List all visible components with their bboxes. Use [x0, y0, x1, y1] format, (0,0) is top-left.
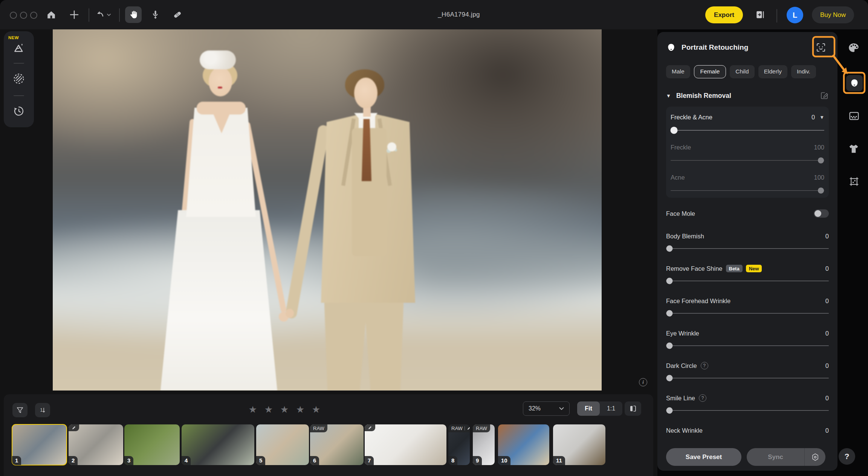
slider-thumb[interactable] [671, 127, 678, 134]
slider-value[interactable]: 0 [825, 233, 829, 240]
user-avatar[interactable]: L [787, 7, 803, 23]
gear-hexagon-icon [811, 453, 820, 462]
slider-value[interactable]: 0 [825, 427, 829, 434]
fit-view-button[interactable]: Fit [577, 401, 600, 416]
raw-badge: RAW [310, 424, 327, 432]
slider-thumb[interactable] [666, 375, 673, 381]
tab-individual[interactable]: Indiv. [791, 65, 816, 78]
thumbnail-1[interactable]: 1 [12, 424, 67, 465]
thumbnail-4[interactable]: 4 [182, 424, 254, 465]
thumbnail-11[interactable]: 11 [553, 424, 605, 465]
eye-wrinkle-slider[interactable] [666, 342, 829, 349]
slider-value[interactable]: 0 [811, 114, 815, 121]
manual-edit-button[interactable] [820, 91, 829, 100]
dropdown-triangle-icon[interactable] [819, 114, 824, 120]
tab-elderly[interactable]: Elderly [758, 65, 787, 78]
smile-line-slider[interactable] [666, 407, 829, 414]
canvas-photo[interactable] [53, 29, 602, 391]
export-button[interactable]: Export [705, 6, 743, 23]
slider-thumb[interactable] [666, 278, 673, 284]
raw-edited-badge: RAW [448, 424, 470, 432]
thumbnail-5[interactable]: 5 [256, 424, 309, 465]
star-icon[interactable] [264, 404, 274, 415]
heal-blemish-tool-button[interactable] [169, 6, 186, 23]
tab-female[interactable]: Female [694, 65, 726, 78]
slider-value[interactable]: 0 [825, 265, 829, 272]
sync-button[interactable]: Sync [747, 448, 804, 466]
add-import-button[interactable] [66, 6, 83, 23]
panel-header: Portrait Retouching [666, 40, 829, 55]
hand-pan-tool-button[interactable] [125, 6, 142, 23]
face-forehead-wrinkle-slider[interactable] [666, 310, 829, 317]
thumb-number: 8 [448, 456, 457, 465]
view-mode-segment: Fit 1:1 [577, 401, 622, 416]
tap-retouch-tool-button[interactable] [147, 6, 164, 23]
tab-child[interactable]: Child [730, 65, 754, 78]
background-adjustments-button[interactable] [847, 109, 861, 123]
star-icon[interactable] [295, 404, 305, 415]
slider-thumb[interactable] [666, 310, 673, 317]
face-detect-button[interactable] [813, 40, 829, 55]
slider-label: Body Blemish [666, 233, 704, 240]
annotation-arrowhead [842, 67, 848, 74]
mask-selection-button[interactable] [12, 72, 26, 85]
actual-size-button[interactable]: 1:1 [600, 401, 622, 416]
window-zoom-button[interactable] [30, 12, 37, 19]
remove-face-shine-slider[interactable] [666, 278, 829, 284]
thumbnail-2[interactable]: 2 [69, 424, 123, 465]
slider-value[interactable]: 0 [825, 362, 829, 369]
star-icon[interactable] [248, 404, 258, 415]
body-blemish-slider[interactable] [666, 245, 829, 252]
window-minimize-button[interactable] [20, 12, 27, 19]
window-close-button[interactable] [10, 12, 17, 19]
buy-now-button[interactable]: Buy Now [812, 6, 854, 23]
thumbnail-3[interactable]: 3 [124, 424, 180, 465]
slider-value[interactable]: 0 [825, 395, 829, 402]
slider-thumb[interactable] [666, 343, 673, 349]
slider-value[interactable]: 0 [825, 298, 829, 305]
slider-thumb[interactable] [818, 157, 824, 163]
dark-circle-slider[interactable] [666, 375, 829, 381]
sync-settings-button[interactable] [804, 448, 825, 466]
acne-slider[interactable] [671, 187, 824, 194]
star-icon[interactable] [311, 404, 321, 415]
help-circle-icon[interactable]: ? [701, 362, 708, 369]
slider-thumb[interactable] [666, 246, 673, 252]
portrait-retouching-tab-button[interactable] [846, 75, 863, 91]
filter-button[interactable] [12, 403, 28, 417]
image-info-button[interactable]: i [639, 378, 647, 386]
sort-button[interactable]: 1 [35, 403, 50, 417]
save-preset-button[interactable]: Save Preset [666, 448, 741, 466]
slider-value[interactable]: 100 [814, 174, 824, 181]
face-mole-toggle[interactable] [814, 209, 829, 218]
blemish-removal-header[interactable]: Blemish Removal [666, 91, 829, 101]
ai-photo-enhance-button[interactable] [12, 42, 25, 55]
color-adjustments-button[interactable] [847, 41, 860, 55]
raw-badge: RAW [473, 424, 490, 432]
export-panel-button[interactable] [752, 6, 769, 23]
slider-label: Eye Wrinkle [666, 330, 699, 337]
history-button[interactable] [13, 105, 25, 117]
thumbnail-9[interactable]: RAW9 [473, 424, 495, 465]
slider-thumb[interactable] [666, 407, 673, 414]
freckle-slider[interactable] [671, 157, 824, 164]
thumbnail-6[interactable]: RAW6 [310, 424, 364, 465]
freckle-acne-slider[interactable] [671, 127, 824, 134]
remove-face-shine-row: Remove Face Shine Beta New 0 [666, 264, 829, 284]
crop-transform-button[interactable] [847, 175, 861, 188]
star-icon[interactable] [280, 404, 289, 415]
undo-button[interactable] [93, 6, 114, 23]
thumbnail-8[interactable]: RAW8 [448, 424, 470, 465]
thumbnail-10[interactable]: 10 [498, 424, 549, 465]
thumbnail-7[interactable]: 7 [365, 424, 446, 465]
slider-value[interactable]: 0 [825, 330, 829, 337]
home-button[interactable] [43, 6, 60, 23]
slider-thumb[interactable] [818, 188, 824, 194]
help-button[interactable]: ? [839, 448, 855, 465]
zoom-level-select[interactable]: 32% [523, 401, 570, 416]
clothing-adjustments-button[interactable] [847, 142, 860, 156]
compare-split-view-button[interactable] [625, 401, 641, 416]
slider-value[interactable]: 100 [814, 144, 824, 151]
help-circle-icon[interactable]: ? [699, 394, 706, 402]
tab-male[interactable]: Male [666, 65, 690, 78]
